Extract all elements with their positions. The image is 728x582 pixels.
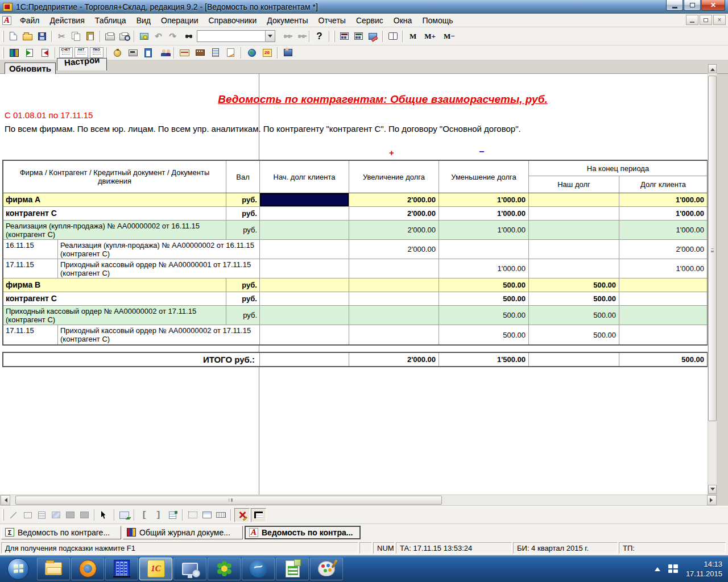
cell-currency[interactable]: руб. [226, 292, 260, 305]
find-previous-button[interactable] [278, 30, 292, 43]
selected-cell[interactable] [260, 193, 349, 206]
cell-our-debt[interactable] [529, 259, 619, 278]
settings-button[interactable]: Настрой [57, 58, 107, 70]
act-button[interactable]: АКТ [73, 47, 89, 59]
insert-diagram-button[interactable] [77, 508, 92, 522]
scroll-up-button[interactable] [708, 64, 717, 73]
scroll-right-button[interactable] [707, 495, 717, 505]
cell-start-debt[interactable] [260, 278, 349, 292]
cell-name[interactable]: фирма А [3, 193, 226, 206]
cell-currency[interactable]: руб. [226, 306, 260, 325]
clipboard-doc-button[interactable] [140, 47, 156, 59]
insert-table-button[interactable] [117, 508, 131, 522]
toolbar-grip[interactable] [2, 509, 4, 521]
section-open-button[interactable]: [ [137, 508, 151, 522]
window-button-statement-1[interactable]: Σ Ведомость по контраге... [1, 526, 121, 539]
show-grid-button[interactable] [185, 508, 200, 522]
total-start-debt[interactable] [260, 353, 349, 366]
cell-start-debt[interactable] [260, 221, 349, 239]
counterparties-button[interactable] [156, 47, 171, 59]
cell-client-debt[interactable]: 1'000.00 [619, 193, 707, 206]
menu-help[interactable]: Помощь [417, 15, 458, 26]
close-button[interactable]: ✕ [701, 0, 725, 11]
menu-file[interactable]: Файл [15, 15, 44, 26]
cell-date[interactable]: 16.11.15 [3, 240, 58, 259]
cell-increase[interactable] [349, 306, 439, 325]
section-names-button[interactable] [166, 508, 180, 522]
paste-button[interactable] [83, 30, 97, 43]
cell-client-debt[interactable]: 1'000.00 [619, 207, 707, 220]
cell-start-debt-selected[interactable] [260, 193, 349, 206]
cell-client-debt[interactable]: 1'000.00 [619, 259, 707, 278]
find-next-button[interactable] [292, 30, 307, 43]
scroll-left-button[interactable] [1, 495, 10, 505]
draw-line-button[interactable] [6, 508, 20, 522]
cell-our-debt[interactable] [529, 240, 619, 259]
cell-currency[interactable]: руб. [226, 193, 260, 206]
incoming-doc-button[interactable] [22, 47, 37, 59]
menu-table[interactable]: Таблица [90, 15, 131, 26]
total-our-debt[interactable] [529, 353, 619, 366]
taskbar-database-button[interactable] [105, 558, 138, 580]
cell-start-debt[interactable] [260, 306, 349, 325]
internet-button[interactable] [244, 47, 259, 59]
cell-decrease[interactable]: 500.00 [439, 292, 529, 305]
restore-button[interactable] [684, 0, 701, 11]
report-list-button[interactable] [208, 47, 223, 59]
cell-our-debt[interactable] [529, 221, 619, 239]
money-button[interactable] [110, 47, 125, 59]
cell-our-debt[interactable]: 500.00 [529, 292, 619, 305]
cell-increase[interactable]: 2'000.00 [349, 221, 439, 239]
menu-reports[interactable]: Отчеты [313, 15, 351, 26]
cell-start-debt[interactable] [260, 292, 349, 305]
taskbar-firefox-button[interactable] [71, 558, 104, 580]
manager-button[interactable] [280, 47, 296, 59]
print-preview-button[interactable] [117, 30, 131, 43]
cell-increase[interactable] [349, 292, 439, 305]
cell-client-debt[interactable]: 1'000.00 [619, 221, 707, 239]
find-button[interactable] [180, 30, 194, 43]
cut-button[interactable]: ✂ [55, 30, 69, 43]
total-decrease[interactable]: 1'500.00 [439, 353, 529, 366]
cell-increase[interactable]: 2'000.00 [349, 193, 439, 206]
print-button[interactable] [103, 30, 117, 43]
cell-document[interactable]: Реализация (купля-продажа) № АА00000002 … [58, 240, 260, 259]
cell-decrease[interactable]: 500.00 [439, 306, 529, 325]
scroll-down-button[interactable] [708, 485, 717, 494]
cassette-button[interactable] [192, 47, 208, 59]
toolbar-grip[interactable] [2, 31, 4, 42]
calculator-button[interactable] [337, 30, 351, 43]
calendar-button[interactable]: 20 [259, 47, 275, 59]
cell-document[interactable]: Приходный кассовый ордер № АА00000002 от… [58, 325, 260, 344]
cell-name[interactable]: Приходный кассовый ордер № АА00000002 от… [3, 306, 226, 325]
memory-plus-button[interactable]: М+ [420, 32, 440, 41]
header-start-debt-column[interactable]: Нач. долг клиента [260, 161, 349, 193]
cell-currency[interactable]: руб. [226, 207, 260, 220]
cell-name[interactable]: фирма В [3, 278, 226, 292]
cell-increase[interactable] [349, 325, 439, 344]
cell-document[interactable]: Приходный кассовый ордер № АА00000001 от… [58, 259, 260, 278]
window-button-statement-active[interactable]: A Ведомость по контра... [245, 526, 361, 539]
taskbar-explorer-button[interactable] [37, 558, 70, 580]
memory-minus-button[interactable]: М− [440, 32, 459, 41]
copy-button[interactable] [69, 30, 83, 43]
cell-start-debt[interactable] [260, 325, 349, 344]
journals-button[interactable] [6, 47, 22, 59]
undo-button[interactable]: ↶ [151, 30, 166, 43]
window-button-journal[interactable]: Общий журнал докуме... [123, 526, 243, 539]
mdi-close-button[interactable]: × [713, 15, 726, 25]
report-canvas[interactable]: Ведомость по контрагентам: Общие взаимор… [0, 74, 708, 494]
total-increase[interactable]: 2'000.00 [349, 353, 439, 366]
cell-our-debt[interactable]: 500.00 [529, 278, 619, 292]
section-close-button[interactable]: ] [151, 508, 166, 522]
cell-our-debt[interactable]: 500.00 [529, 325, 619, 344]
tray-expand-icon[interactable] [655, 564, 660, 571]
redo-button[interactable]: ↷ [166, 30, 180, 43]
cell-decrease[interactable]: 1'000.00 [439, 193, 529, 206]
fixed-headers-toggle[interactable] [251, 508, 266, 522]
toolbar-grip[interactable] [333, 31, 335, 42]
start-button[interactable] [0, 558, 36, 580]
insert-object-button[interactable] [63, 508, 77, 522]
cell-decrease[interactable]: 1'000.00 [439, 221, 529, 239]
taskbar-openoffice-button[interactable]: ~ [242, 558, 275, 580]
